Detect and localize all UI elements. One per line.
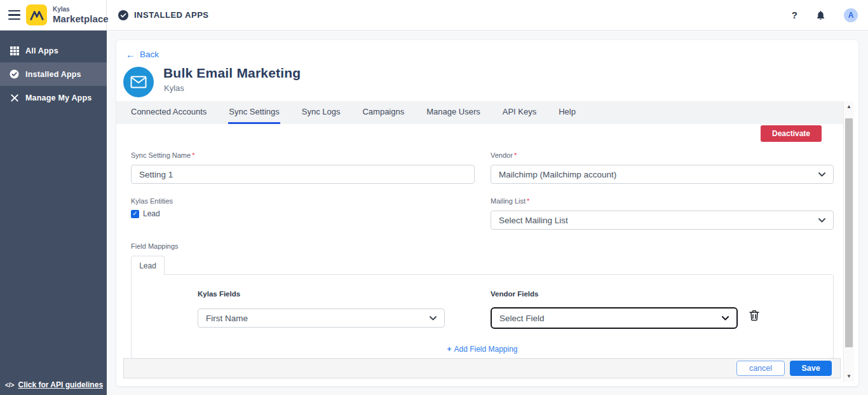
back-arrow-icon: ←	[126, 50, 135, 59]
add-field-mapping-link[interactable]: +Add Field Mapping	[132, 345, 833, 354]
check-circle-icon	[10, 69, 19, 79]
mailing-list-select-value: Select Mailing List	[499, 216, 568, 225]
vendor-field-select[interactable]: Select Field	[491, 307, 738, 329]
app-detail-card: ← Back Bulk Email Marketing Kylas Connec…	[116, 39, 859, 387]
vendor-select[interactable]: Mailchimp (Mailchimp account)	[491, 165, 834, 184]
mailing-list-select[interactable]: Select Mailing List	[491, 211, 834, 230]
field-mappings-label: Field Mappings	[131, 242, 179, 250]
sync-setting-name-label: Sync Setting Name*	[131, 151, 194, 159]
trash-icon	[749, 310, 759, 321]
kylas-field-select[interactable]: First Name	[198, 308, 445, 328]
back-label: Back	[140, 50, 159, 59]
chevron-down-icon	[430, 316, 437, 321]
mountain-m-icon	[30, 10, 44, 20]
vendor-label: Vendor*	[491, 151, 517, 159]
tab-sync-settings[interactable]: Sync Settings	[228, 101, 280, 124]
scroll-up-arrow-icon[interactable]: ▲	[844, 104, 854, 109]
sidebar-item-installed-apps[interactable]: Installed Apps	[0, 62, 107, 86]
content-scrollbar[interactable]: ▲ ▼	[843, 101, 854, 382]
tab-campaigns[interactable]: Campaigns	[362, 101, 405, 124]
avatar[interactable]: A	[844, 8, 858, 22]
deactivate-button[interactable]: Deactivate	[761, 125, 822, 142]
lead-checkbox-row[interactable]: ✓ Lead	[131, 209, 160, 218]
code-icon: </>	[5, 382, 14, 389]
kylas-field-select-value: First Name	[206, 314, 248, 323]
crossed-tools-icon	[10, 94, 19, 102]
lead-checkbox-label: Lead	[143, 209, 160, 218]
screen: Kylas Marketplace INSTALLED APPS ? A	[0, 0, 868, 395]
page-title-wrap: INSTALLED APPS	[118, 10, 209, 20]
field-mappings-lead-tab[interactable]: Lead	[131, 256, 165, 275]
tab-help[interactable]: Help	[558, 101, 576, 124]
tab-api-keys[interactable]: API Keys	[502, 101, 537, 124]
topbar: Kylas Marketplace INSTALLED APPS ? A	[0, 0, 868, 31]
kylas-fields-column-header: Kylas Fields	[198, 290, 240, 298]
form-footer: cancel Save	[123, 358, 841, 378]
required-marker: *	[527, 197, 529, 205]
required-marker: *	[192, 151, 194, 159]
chevron-down-icon	[818, 172, 825, 177]
tab-sync-logs[interactable]: Sync Logs	[301, 101, 341, 124]
chevron-down-icon	[722, 316, 729, 321]
required-marker: *	[514, 151, 517, 159]
notifications-bell-icon[interactable]	[815, 10, 826, 21]
save-button[interactable]: Save	[790, 361, 832, 376]
help-icon[interactable]: ?	[792, 10, 797, 20]
topbar-brand-area: Kylas Marketplace	[0, 0, 107, 30]
scroll-down-arrow-icon[interactable]: ▼	[844, 373, 854, 379]
mailing-list-label: Mailing List*	[491, 197, 529, 205]
sidebar-item-all-apps[interactable]: All Apps	[0, 39, 107, 62]
sidebar-item-label: Installed Apps	[25, 70, 81, 79]
tab-bar: Connected Accounts Sync Settings Sync Lo…	[116, 101, 843, 124]
sync-setting-name-input[interactable]	[131, 165, 475, 184]
envelope-icon	[130, 76, 147, 88]
plus-icon: +	[447, 345, 451, 354]
topbar-actions: ? A	[792, 8, 868, 22]
brand-text: Kylas Marketplace	[53, 6, 109, 24]
field-mappings-panel: Kylas Fields Vendor Fields First Name Se…	[131, 274, 834, 359]
delete-mapping-button[interactable]	[749, 310, 759, 321]
scrollbar-thumb[interactable]	[845, 118, 853, 347]
back-button[interactable]: ← Back	[126, 50, 159, 59]
kylas-entities-label: Kylas Entities	[131, 197, 173, 205]
sidebar-item-label: All Apps	[25, 46, 58, 55]
add-field-mapping-label: Add Field Mapping	[454, 345, 517, 354]
cancel-button[interactable]: cancel	[736, 361, 785, 376]
vendor-select-value: Mailchimp (Mailchimp account)	[499, 170, 616, 179]
api-guidelines-label: Click for API guidelines	[18, 380, 103, 389]
tab-manage-users[interactable]: Manage Users	[426, 101, 481, 124]
api-guidelines-link[interactable]: </> Click for API guidelines	[5, 380, 103, 389]
app-logo	[123, 67, 154, 97]
sidebar-item-manage-my-apps[interactable]: Manage My Apps	[0, 86, 107, 109]
chevron-down-icon	[818, 218, 825, 223]
sidebar-item-label: Manage My Apps	[25, 94, 92, 102]
installed-check-icon	[118, 10, 128, 20]
lead-checkbox[interactable]: ✓	[131, 210, 139, 218]
vendor-field-select-value: Select Field	[499, 314, 545, 323]
brand-product: Marketplace	[53, 13, 109, 24]
sidebar: All Apps Installed Apps	[0, 31, 107, 395]
brand-name: Kylas	[53, 6, 109, 13]
hamburger-menu-icon[interactable]	[8, 10, 20, 20]
vendor-fields-column-header: Vendor Fields	[491, 290, 538, 298]
page-title: INSTALLED APPS	[134, 10, 209, 20]
app-vendor: Kylas	[164, 83, 184, 93]
kylas-logo[interactable]	[26, 4, 47, 25]
grid-icon	[10, 46, 19, 55]
app-title: Bulk Email Marketing	[163, 66, 301, 81]
tab-connected-accounts[interactable]: Connected Accounts	[130, 101, 207, 124]
